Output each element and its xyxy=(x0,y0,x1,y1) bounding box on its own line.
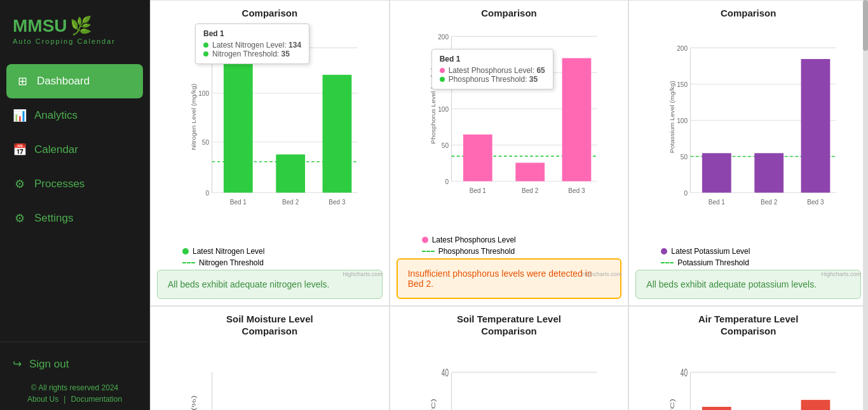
main-content: Comparison Bed 1 Latest Nitrogen Level: … xyxy=(150,0,868,410)
potassium-legend: Latest Potassium Level Potassium Thresho… xyxy=(635,244,861,270)
svg-text:Temperature (°C): Temperature (°C) xyxy=(669,398,676,410)
potassium-legend-level: Latest Potassium Level xyxy=(661,247,855,256)
air-temp-bar-3 xyxy=(801,400,831,410)
air-temp-chart-title: Air Temperature LevelComparison xyxy=(635,313,861,338)
svg-text:Bed 3: Bed 3 xyxy=(329,197,345,206)
soil-moisture-chart-card: Soil Moisture LevelComparison 0 Bed 1 Be… xyxy=(150,306,390,411)
svg-text:150: 150 xyxy=(677,79,688,88)
svg-text:50: 50 xyxy=(681,152,688,161)
soil-temp-chart-card: Soil Temperature LevelComparison 20 30 4… xyxy=(390,306,629,411)
sidebar-item-processes[interactable]: ⚙ Processes xyxy=(0,167,149,201)
nitrogen-legend: Latest Nitrogen Level Nitrogen Threshold xyxy=(157,244,383,270)
potassium-bar-1 xyxy=(702,153,731,192)
sidebar-item-analytics[interactable]: 📊 Analytics xyxy=(0,98,149,133)
air-temp-chart-area: 20 30 40 Bed 1 Bed 2 Bed 3 Temperature (… xyxy=(635,341,861,411)
air-temp-bar-1 xyxy=(702,407,731,411)
potassium-bar-3 xyxy=(801,59,831,193)
phosphorus-bar-2 xyxy=(515,162,545,181)
phosphorus-legend-threshold: Phosphorus Threshold xyxy=(422,247,616,256)
nitrogen-legend-level: Latest Nitrogen Level xyxy=(182,247,376,256)
phosphorus-threshold-dash xyxy=(422,251,435,252)
nitrogen-legend-level-label: Latest Nitrogen Level xyxy=(193,247,264,256)
nitrogen-chart-title: Comparison xyxy=(157,7,383,20)
sidebar-item-dashboard[interactable]: ⊞ Dashboard xyxy=(6,64,143,98)
copyright-text: © All rights reserved 2024 xyxy=(13,380,137,395)
charts-grid: Comparison Bed 1 Latest Nitrogen Level: … xyxy=(150,0,868,410)
scrollbar-track[interactable] xyxy=(863,0,868,410)
sidebar-item-label: Calendar xyxy=(34,143,78,156)
sidebar-item-label: Dashboard xyxy=(37,75,90,88)
sidebar-nav: ⊞ Dashboard 📊 Analytics 📅 Calendar ⚙ Pro… xyxy=(0,58,149,341)
sign-out-label: Sign out xyxy=(29,358,69,371)
svg-text:150: 150 xyxy=(438,68,449,76)
potassium-bar-2 xyxy=(755,153,784,192)
phosphorus-bar-3 xyxy=(562,58,591,181)
nitrogen-legend-threshold: Nitrogen Threshold xyxy=(182,258,376,267)
processes-icon: ⚙ xyxy=(13,177,27,191)
nitrogen-tooltip-title: Bed 1 xyxy=(203,29,301,38)
potassium-legend-level-label: Latest Potassium Level xyxy=(671,247,750,256)
phosphorus-chart-area: Bed 1 Latest Phosphorus Level: 65 Phosph… xyxy=(397,23,622,233)
footer-separator: | xyxy=(64,395,65,404)
air-temp-chart-card: Air Temperature LevelComparison 20 30 40 xyxy=(628,306,868,411)
footer-links: About Us | Documentation xyxy=(13,395,137,404)
svg-text:Phosphorus Level (mg/kg): Phosphorus Level (mg/kg) xyxy=(430,67,436,143)
phosphorus-chart-title: Comparison xyxy=(397,7,622,20)
svg-text:Bed 2: Bed 2 xyxy=(522,186,538,194)
potassium-svg: 0 50 100 150 200 xyxy=(667,41,842,219)
svg-text:0: 0 xyxy=(684,188,688,197)
logo-subtitle: Auto Cropping Calendar xyxy=(13,37,116,45)
svg-text:Bed 3: Bed 3 xyxy=(808,197,824,206)
svg-text:Nitrogen Level (mg/kg): Nitrogen Level (mg/kg) xyxy=(191,83,197,150)
svg-text:Bed 1: Bed 1 xyxy=(230,197,247,206)
calendar-icon: 📅 xyxy=(13,143,27,157)
leaf-icon: 🌿 xyxy=(70,15,92,36)
svg-text:Temperature (°C): Temperature (°C) xyxy=(430,398,437,410)
nitrogen-credit: Highcharts.com xyxy=(342,271,383,277)
sign-out-icon: ↪ xyxy=(13,357,22,371)
sidebar-item-calendar[interactable]: 📅 Calendar xyxy=(0,133,149,167)
documentation-link[interactable]: Documentation xyxy=(71,395,122,404)
nitrogen-legend-dot xyxy=(182,248,189,255)
svg-text:100: 100 xyxy=(198,89,209,97)
svg-text:40: 40 xyxy=(681,366,688,378)
sidebar-item-label: Analytics xyxy=(34,109,78,122)
phosphorus-legend-level: Latest Phosphorus Level xyxy=(422,235,616,244)
sign-out-button[interactable]: ↪ Sign out xyxy=(13,348,137,380)
soil-temp-chart-area: 20 30 40 Bed 1 Bed 2 Bed 3 Temperature (… xyxy=(397,341,622,411)
logo-text: MMSU xyxy=(13,17,67,35)
phosphorus-legend-threshold-label: Phosphorus Threshold xyxy=(438,247,515,256)
phosphorus-svg: 0 50 100 150 200 xyxy=(428,30,603,208)
soil-temp-chart-title: Soil Temperature LevelComparison xyxy=(397,313,622,338)
nitrogen-bar-2 xyxy=(276,154,305,192)
scrollbar-thumb[interactable] xyxy=(863,0,868,51)
nitrogen-legend-threshold-label: Nitrogen Threshold xyxy=(199,258,264,267)
phosphorus-status: Insufficient phosphorus levels were dete… xyxy=(397,258,622,299)
svg-text:200: 200 xyxy=(677,43,688,51)
svg-text:50: 50 xyxy=(441,141,448,149)
potassium-legend-dot xyxy=(661,248,667,255)
about-us-link[interactable]: About Us xyxy=(27,395,58,404)
sidebar-item-settings[interactable]: ⚙ Settings xyxy=(0,201,149,235)
svg-text:Bed 2: Bed 2 xyxy=(282,197,299,206)
nitrogen-bar-1 xyxy=(224,62,253,192)
phosphorus-chart-card: Comparison Bed 1 Latest Phosphorus Level… xyxy=(390,0,629,306)
soil-moisture-chart-title: Soil Moisture LevelComparison xyxy=(157,313,383,338)
nitrogen-chart-area: Bed 1 Latest Nitrogen Level: 134 Nitroge… xyxy=(157,23,383,244)
air-temp-svg: 20 30 40 Bed 1 Bed 2 Bed 3 Temperature (… xyxy=(667,362,842,411)
svg-text:Bed 3: Bed 3 xyxy=(568,186,585,194)
svg-text:Potassium Level (mg/kg): Potassium Level (mg/kg) xyxy=(669,81,675,153)
svg-text:100: 100 xyxy=(677,116,688,124)
potassium-threshold-dash xyxy=(661,262,674,263)
sidebar-item-label: Processes xyxy=(34,178,85,190)
nitrogen-threshold-dash xyxy=(182,262,195,263)
sidebar-bottom: ↪ Sign out © All rights reserved 2024 Ab… xyxy=(0,341,149,410)
potassium-credit: Highcharts.com xyxy=(821,271,861,277)
soil-moisture-svg: 0 Bed 1 Bed 2 Bed 3 Moisture Level (%) xyxy=(189,362,363,411)
svg-text:Bed 1: Bed 1 xyxy=(709,197,725,206)
analytics-icon: 📊 xyxy=(13,109,27,122)
phosphorus-credit: Highcharts.com xyxy=(582,271,622,277)
svg-text:40: 40 xyxy=(442,366,449,378)
potassium-legend-threshold-label: Potassium Threshold xyxy=(677,258,749,267)
svg-text:0: 0 xyxy=(205,188,209,197)
